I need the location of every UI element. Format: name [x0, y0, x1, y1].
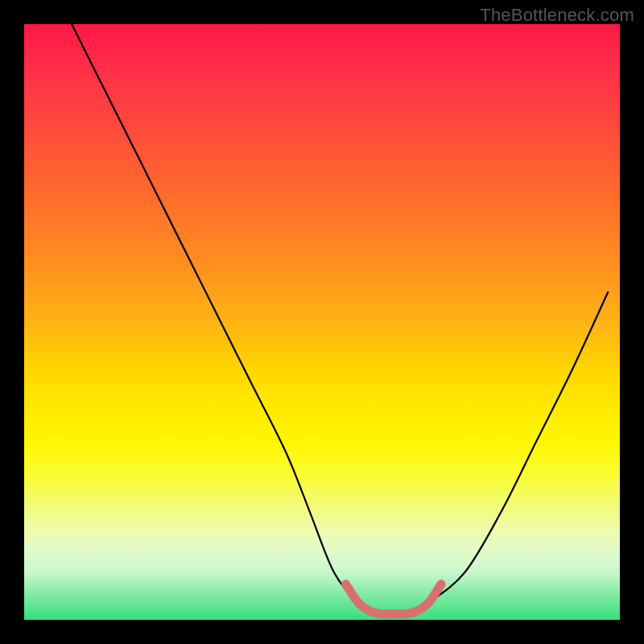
chart-svg — [24, 24, 620, 620]
bottleneck-curve — [72, 24, 608, 615]
optimal-range-marker — [346, 584, 441, 614]
chart-plot-area — [24, 24, 620, 620]
watermark-text: TheBottleneck.com — [480, 5, 634, 26]
